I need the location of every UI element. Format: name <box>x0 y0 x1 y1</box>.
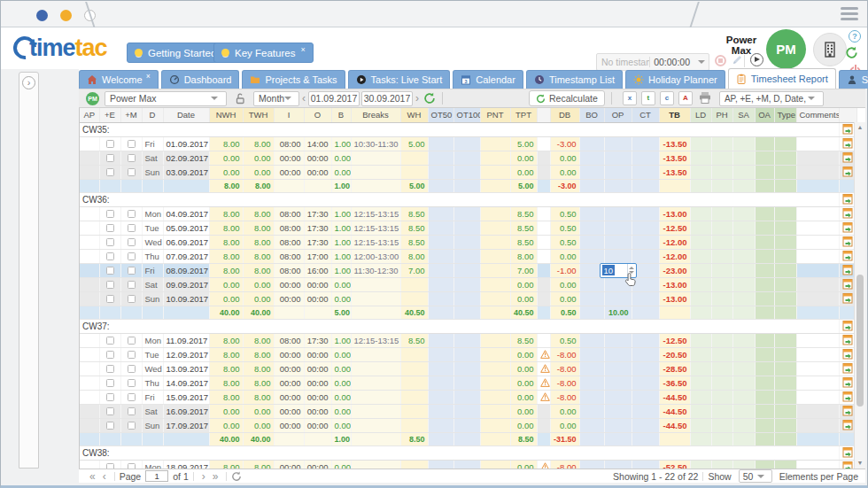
cell-sa[interactable] <box>732 165 755 179</box>
cell-tb[interactable]: -12.00 <box>659 249 690 263</box>
column-header-date[interactable]: Date <box>163 108 209 122</box>
row-export-icon[interactable] <box>842 405 853 416</box>
cell-db[interactable]: 0.00 <box>550 165 579 179</box>
row-export-icon[interactable] <box>842 446 853 458</box>
add-entry-checkbox[interactable] <box>106 267 114 275</box>
column-header-ot50[interactable]: OT50 <box>428 108 453 122</box>
column-header-e[interactable]: +E <box>99 108 120 122</box>
cell-tb[interactable]: -44.50 <box>659 418 690 432</box>
cell-b[interactable]: 1.00 <box>331 221 351 235</box>
cell-breaks[interactable] <box>351 418 400 432</box>
cell-comments[interactable] <box>796 376 839 390</box>
cell-tpt[interactable]: 0.00 <box>510 347 537 361</box>
cell-op[interactable] <box>604 333 632 347</box>
cell-ct[interactable] <box>632 418 659 432</box>
cell-ld[interactable] <box>690 165 711 179</box>
csv-export-icon[interactable]: c <box>660 91 674 105</box>
cell-b[interactable]: 0.00 <box>331 347 351 361</box>
cell-comments[interactable] <box>796 361 839 376</box>
cell-oa[interactable] <box>755 390 774 404</box>
cell-bo[interactable] <box>579 151 604 165</box>
cell-db[interactable]: 0.50 <box>550 221 579 235</box>
cell-comments[interactable] <box>796 136 839 151</box>
cell-nwh[interactable]: 8.00 <box>209 249 243 263</box>
row-export-icon[interactable] <box>842 362 853 374</box>
cell-nwh[interactable]: 8.00 <box>209 206 243 221</box>
cell-pnt[interactable] <box>480 333 510 347</box>
cell-ot50[interactable] <box>428 404 453 418</box>
column-header-breaks[interactable]: Breaks <box>351 108 400 122</box>
cell-ot50[interactable] <box>428 136 453 151</box>
previous-period-button[interactable]: ‹ <box>299 92 308 105</box>
cell-wh[interactable] <box>400 361 428 376</box>
cell-ot100[interactable] <box>453 136 480 151</box>
cell-sa[interactable] <box>732 151 755 165</box>
cell-comments[interactable] <box>796 460 839 469</box>
cell-sa[interactable] <box>732 235 755 249</box>
cell-ot50[interactable] <box>428 376 453 390</box>
cell-ct[interactable] <box>632 151 659 165</box>
cell-ct[interactable] <box>632 291 659 306</box>
row-export-icon[interactable] <box>842 419 853 430</box>
cell-oa[interactable] <box>755 347 774 361</box>
cell-ot100[interactable] <box>453 277 480 291</box>
column-header-nwh[interactable]: NWH <box>209 108 243 122</box>
recalculate-button[interactable]: Recalculate <box>529 90 605 106</box>
vertical-scrollbar[interactable]: ▲ ▼ <box>854 122 865 469</box>
cell-i[interactable]: 08:00 <box>274 221 304 235</box>
scroll-down-icon[interactable]: ▼ <box>855 458 865 469</box>
cell-ph[interactable] <box>711 418 732 432</box>
cell-ot100[interactable] <box>453 221 480 235</box>
add-absence-checkbox[interactable] <box>128 267 136 275</box>
row-export-icon[interactable] <box>842 221 853 233</box>
cell-ap[interactable] <box>80 151 99 165</box>
tab-dashboard[interactable]: Dashboard <box>161 70 240 89</box>
cell-ap[interactable] <box>80 206 99 221</box>
cell-o[interactable]: 00:00 <box>304 418 331 432</box>
cell-b[interactable]: 1.00 <box>331 235 351 249</box>
cell-db[interactable]: -8.00 <box>550 390 579 404</box>
cell-op[interactable] <box>604 206 632 221</box>
cell-ot100[interactable] <box>453 235 480 249</box>
column-header-ap[interactable]: AP <box>80 108 99 122</box>
cell-ld[interactable] <box>690 418 711 432</box>
column-header-b[interactable]: B <box>331 108 351 122</box>
text-export-icon[interactable]: t <box>641 91 655 105</box>
tab-status-overview[interactable]: Status overview <box>839 70 868 89</box>
cell-d[interactable]: Sun <box>142 418 163 432</box>
tab-tasks-live-start[interactable]: Tasks: Live Start <box>348 70 451 89</box>
cell-db[interactable]: 0.00 <box>550 277 579 291</box>
cell-op[interactable] <box>604 136 632 151</box>
row-export-icon[interactable] <box>842 391 853 402</box>
column-header-o[interactable]: O <box>304 108 331 122</box>
cell-ap[interactable] <box>80 361 99 376</box>
cell-date[interactable]: 09.09.2017 <box>163 277 209 291</box>
cell-pnt[interactable] <box>480 418 510 432</box>
add-absence-checkbox[interactable] <box>128 154 136 162</box>
column-header-op[interactable]: OP <box>604 108 632 122</box>
cell-date[interactable]: 14.09.2017 <box>163 376 209 390</box>
cell-i[interactable]: 00:00 <box>274 165 304 179</box>
cell-twh[interactable]: 0.00 <box>243 404 274 418</box>
visible-columns-select[interactable]: AP, +E, +M, D, Date, NWH, T <box>719 91 824 106</box>
cell-b[interactable]: 0.00 <box>331 390 351 404</box>
cell-ot50[interactable] <box>428 390 453 404</box>
cell-twh[interactable]: 8.00 <box>243 235 274 249</box>
cell-ap[interactable] <box>80 263 99 277</box>
cell-d[interactable]: Fri <box>142 390 163 404</box>
cell-ap[interactable] <box>80 333 99 347</box>
cell-pnt[interactable] <box>480 206 510 221</box>
cell-ct[interactable] <box>632 376 659 390</box>
cell-breaks[interactable] <box>351 376 400 390</box>
add-absence-checkbox[interactable] <box>128 224 136 232</box>
cell-ap[interactable] <box>80 376 99 390</box>
cell-type[interactable] <box>774 460 796 469</box>
add-absence-checkbox[interactable] <box>128 140 136 148</box>
cell-type[interactable] <box>774 151 796 165</box>
cell-comments[interactable] <box>796 263 839 277</box>
date-to-input[interactable] <box>361 91 413 106</box>
cell-twh[interactable]: 8.00 <box>243 347 274 361</box>
cell-comments[interactable] <box>796 221 839 235</box>
cell-ph[interactable] <box>711 249 732 263</box>
cell-type[interactable] <box>774 221 796 235</box>
